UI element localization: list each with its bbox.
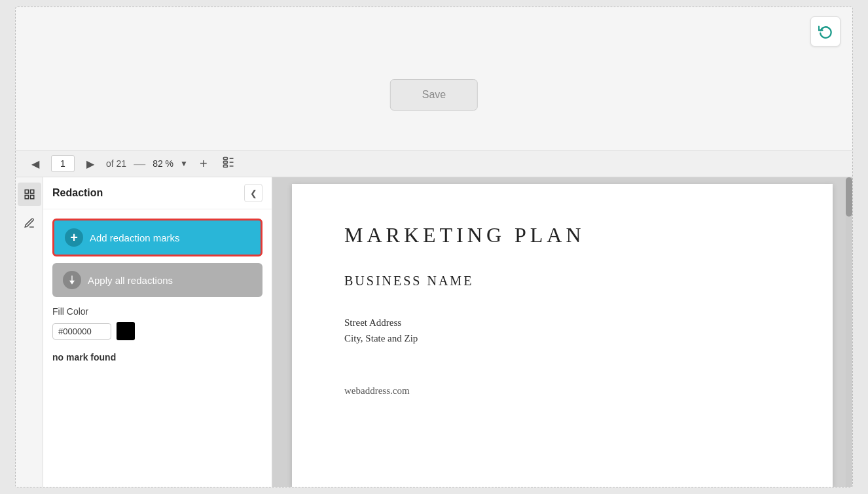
svg-rect-0 [223, 157, 227, 159]
grid-icon-button[interactable] [18, 183, 41, 206]
fit-button[interactable] [219, 154, 238, 173]
toolbar: ◀ ▶ of 21 — 82 % ▼ + [16, 150, 852, 177]
svg-rect-2 [223, 165, 227, 167]
apply-all-redactions-button[interactable]: Apply all redactions [52, 263, 262, 297]
fill-color-swatch[interactable] [117, 322, 135, 340]
zoom-in-icon: + [200, 156, 208, 171]
main-area: Redaction ❮ + Add redaction marks [16, 177, 852, 487]
panel-collapse-button[interactable]: ❮ [244, 184, 262, 202]
document-page: MARKETING PLAN BUSINESS NAME Street Addr… [292, 184, 833, 487]
fit-icon [222, 156, 235, 172]
apply-redactions-icon [63, 271, 81, 289]
add-redaction-marks-button[interactable]: + Add redaction marks [52, 219, 262, 256]
page-input[interactable] [51, 155, 75, 172]
annotation-icon-button[interactable] [18, 211, 41, 235]
fill-color-section: Fill Color [52, 304, 262, 343]
scrollbar-thumb[interactable] [846, 177, 852, 217]
undo-button[interactable] [810, 16, 841, 46]
document-area: MARKETING PLAN BUSINESS NAME Street Addr… [272, 177, 852, 487]
panel-title: Redaction [52, 187, 103, 199]
panel-header: Redaction ❮ [43, 177, 272, 209]
next-page-button[interactable]: ▶ [81, 154, 99, 173]
zoom-level: 82 % [153, 158, 173, 169]
save-btn-container: Save [390, 79, 478, 111]
svg-rect-8 [25, 196, 28, 199]
prev-page-button[interactable]: ◀ [26, 154, 45, 173]
document-website: webaddress.com [344, 385, 780, 397]
prev-icon: ◀ [31, 158, 39, 170]
zoom-in-button[interactable]: + [194, 154, 213, 173]
document-title: MARKETING PLAN [344, 223, 780, 247]
apply-redactions-label: Apply all redactions [88, 275, 173, 286]
outer-container: Save ◀ ▶ of 21 — 82 % ▼ + [15, 7, 853, 487]
document-subtitle: BUSINESS NAME [344, 273, 780, 289]
panel-body: + Add redaction marks Apply all redactio… [43, 209, 272, 372]
side-panel: Redaction ❮ + Add redaction marks [43, 177, 272, 487]
add-redaction-label: Add redaction marks [90, 232, 180, 243]
svg-rect-1 [223, 161, 227, 163]
fill-color-row [52, 322, 262, 340]
icon-rail [16, 177, 43, 487]
next-icon: ▶ [86, 158, 94, 170]
toolbar-divider: — [133, 157, 146, 171]
scrollbar-track[interactable] [846, 177, 852, 487]
address-line1: Street Address [344, 317, 401, 328]
no-mark-found-text: no mark found [52, 352, 262, 362]
document-address: Street Address City, State and Zip [344, 315, 780, 346]
page-count: of 21 [106, 158, 126, 169]
zoom-dropdown-button[interactable]: ▼ [180, 159, 188, 168]
collapse-icon: ❮ [250, 188, 257, 198]
svg-rect-6 [25, 190, 28, 193]
fill-color-label: Fill Color [52, 306, 262, 317]
save-button[interactable]: Save [390, 79, 478, 111]
add-redaction-icon: + [65, 228, 83, 247]
address-line2: City, State and Zip [344, 333, 418, 344]
svg-rect-9 [30, 196, 33, 199]
svg-rect-7 [30, 190, 33, 193]
fill-color-input[interactable] [52, 323, 111, 340]
